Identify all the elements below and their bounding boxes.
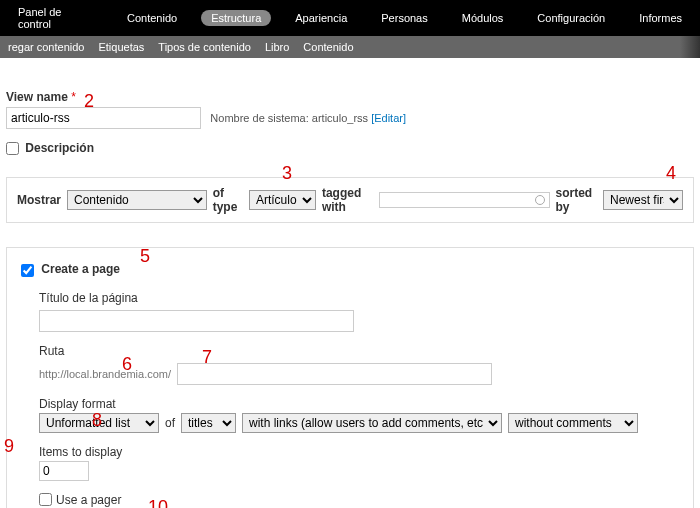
sorted-label: sorted by — [556, 186, 598, 214]
top-nav: Panel de control Contenido Estructura Ap… — [0, 0, 700, 36]
links-select[interactable]: with links (allow users to add comments,… — [242, 413, 502, 433]
sub-nav: regar contenido Etiquetas Tipos de conte… — [0, 36, 700, 58]
subnav-contenido[interactable]: Contenido — [303, 41, 353, 53]
create-page-checkbox[interactable] — [21, 264, 34, 277]
view-name-field: View name * Nombre de sistema: articulo_… — [6, 90, 694, 129]
machine-name-helper: Nombre de sistema: articulo_rss [Editar] — [210, 112, 406, 124]
show-select[interactable]: Contenido — [67, 190, 207, 210]
sort-select[interactable]: Newest first — [603, 190, 683, 210]
of-label: of — [165, 416, 175, 430]
autocomplete-icon — [535, 195, 545, 205]
mostrar-label: Mostrar — [17, 193, 61, 207]
subnav-agregar-contenido[interactable]: regar contenido — [8, 41, 84, 53]
edit-machine-name-link[interactable]: [Editar] — [371, 112, 406, 124]
create-page-label: Create a page — [41, 262, 120, 276]
items-label: Items to display — [39, 445, 679, 459]
subnav-tipos-contenido[interactable]: Tipos de contenido — [158, 41, 251, 53]
type-select[interactable]: Artículo — [249, 190, 316, 210]
required-marker: * — [71, 90, 76, 104]
nav-modulos[interactable]: Módulos — [452, 10, 514, 26]
tagged-label: tagged with — [322, 186, 373, 214]
use-pager-checkbox[interactable] — [39, 493, 52, 506]
filter-panel: Mostrar Contenido of type Artículo tagge… — [6, 177, 694, 223]
view-name-input[interactable] — [6, 107, 201, 129]
nav-configuracion[interactable]: Configuración — [527, 10, 615, 26]
description-checkbox-row: Descripción — [6, 141, 694, 155]
comments-select[interactable]: without comments — [508, 413, 638, 433]
nav-apariencia[interactable]: Apariencia — [285, 10, 357, 26]
nav-estructura[interactable]: Estructura — [201, 10, 271, 26]
nav-panel-control[interactable]: Panel de control — [8, 4, 103, 32]
tagged-input[interactable] — [379, 192, 549, 208]
page-title-input[interactable] — [39, 310, 354, 332]
page-title-label: Título de la página — [39, 291, 679, 305]
main-content: View name * Nombre de sistema: articulo_… — [0, 58, 700, 508]
description-label: Descripción — [25, 141, 94, 155]
oftype-label: of type — [213, 186, 243, 214]
subnav-libro[interactable]: Libro — [265, 41, 289, 53]
view-name-label: View name — [6, 90, 68, 104]
nav-contenido[interactable]: Contenido — [117, 10, 187, 26]
ruta-label: Ruta — [39, 344, 679, 358]
display-format-select[interactable]: Unformatted list — [39, 413, 159, 433]
page-panel: Create a page Título de la página Ruta h… — [6, 247, 694, 508]
of-select[interactable]: titles — [181, 413, 236, 433]
use-pager-label: Use a pager — [56, 493, 121, 507]
subnav-etiquetas[interactable]: Etiquetas — [98, 41, 144, 53]
items-input[interactable] — [39, 461, 89, 481]
ruta-prefix: http://local.brandemia.com/ — [39, 368, 171, 380]
ruta-input[interactable] — [177, 363, 492, 385]
nav-informes[interactable]: Informes — [629, 10, 692, 26]
display-format-label: Display format — [39, 397, 679, 411]
nav-personas[interactable]: Personas — [371, 10, 437, 26]
description-checkbox[interactable] — [6, 142, 19, 155]
